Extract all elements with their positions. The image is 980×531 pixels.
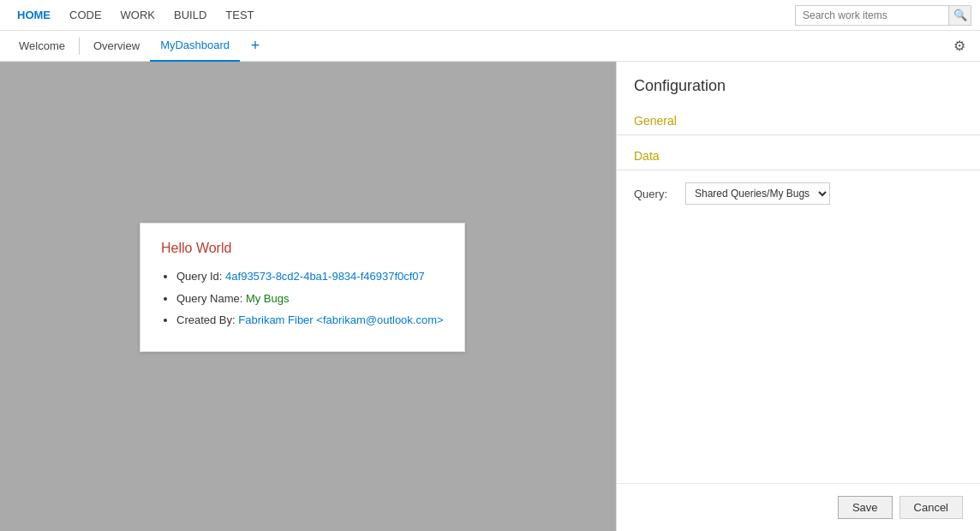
- settings-icon[interactable]: ⚙: [947, 34, 971, 58]
- main-layout: Hello World Query Id: 4af93573-8cd2-4ba1…: [0, 62, 980, 531]
- configuration-panel: Configuration General Data Query: Shared…: [616, 62, 980, 531]
- created-by-prefix: Created By:: [176, 313, 238, 326]
- nav-work[interactable]: WORK: [112, 0, 164, 31]
- nav-home[interactable]: HOME: [9, 0, 59, 31]
- query-name-value: My Bugs: [246, 292, 290, 305]
- config-data-label: Data: [617, 139, 980, 170]
- query-id-prefix: Query Id:: [176, 270, 225, 283]
- list-item: Created By: Fabrikam Fiber <fabrikam@out…: [176, 312, 444, 329]
- list-item: Query Id: 4af93573-8cd2-4ba1-9834-f46937…: [176, 268, 444, 285]
- hello-world-widget: Hello World Query Id: 4af93573-8cd2-4ba1…: [140, 223, 465, 352]
- cancel-button[interactable]: Cancel: [899, 496, 963, 519]
- search-area: 🔍: [795, 5, 971, 26]
- dashboard-canvas[interactable]: Hello World Query Id: 4af93573-8cd2-4ba1…: [0, 62, 616, 531]
- search-button[interactable]: 🔍: [949, 5, 971, 26]
- widget-list: Query Id: 4af93573-8cd2-4ba1-9834-f46937…: [161, 268, 444, 329]
- nav-test[interactable]: TEST: [217, 0, 262, 31]
- query-name-prefix: Query Name:: [176, 292, 246, 305]
- config-spacer: [617, 217, 980, 483]
- config-title: Configuration: [617, 62, 980, 104]
- created-by-value: Fabrikam Fiber <fabrikam@outlook.com>: [238, 313, 443, 326]
- config-query-select[interactable]: Shared Queries/My BugsShared Queries/All…: [685, 182, 830, 205]
- subnav-overview[interactable]: Overview: [83, 31, 150, 62]
- sub-navbar: Welcome Overview MyDashboard + ⚙: [0, 31, 980, 62]
- subnav-mydashboard[interactable]: MyDashboard: [150, 31, 240, 62]
- search-icon: 🔍: [953, 9, 967, 21]
- query-id-value: 4af93573-8cd2-4ba1-9834-f46937f0cf07: [225, 270, 425, 283]
- search-input[interactable]: [795, 5, 949, 26]
- top-nav-items: HOME CODE WORK BUILD TEST: [9, 0, 263, 31]
- widget-title: Hello World: [161, 241, 444, 256]
- list-item: Query Name: My Bugs: [176, 290, 444, 307]
- config-footer: Save Cancel: [617, 483, 980, 531]
- subnav-separator: [79, 38, 80, 55]
- config-query-label: Query:: [634, 188, 677, 200]
- save-button[interactable]: Save: [838, 496, 893, 519]
- config-query-row: Query: Shared Queries/My BugsShared Quer…: [617, 170, 980, 217]
- subnav-welcome[interactable]: Welcome: [9, 31, 75, 62]
- nav-build[interactable]: BUILD: [165, 0, 215, 31]
- config-general-label: General: [617, 104, 980, 135]
- add-dashboard-button[interactable]: +: [243, 34, 267, 58]
- nav-code[interactable]: CODE: [61, 0, 111, 31]
- top-navbar: HOME CODE WORK BUILD TEST 🔍: [0, 0, 980, 31]
